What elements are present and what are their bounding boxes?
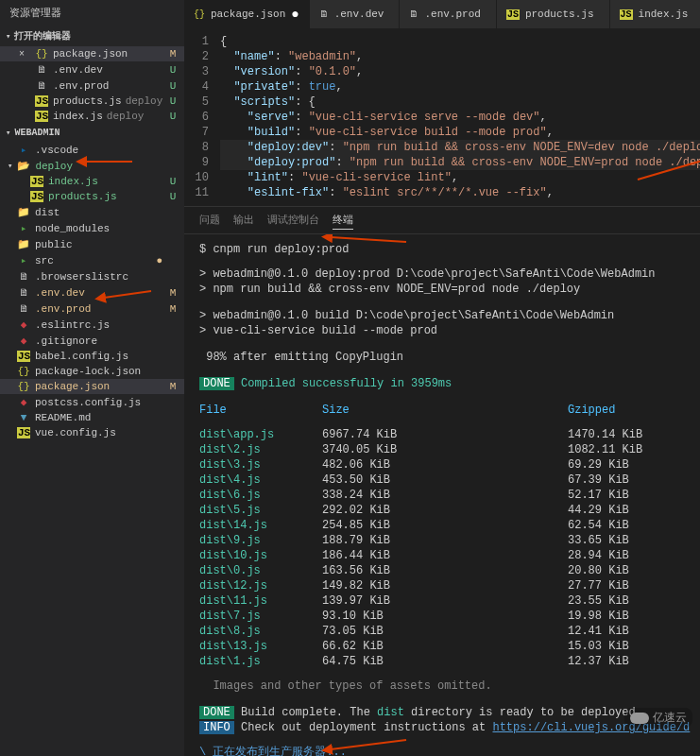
file-label: package.json	[35, 381, 162, 392]
file-label: .env.dev	[53, 64, 162, 76]
open-editors-header[interactable]: ▾ 打开的编辑器	[0, 26, 184, 46]
build-file-row: dist\0.js163.56 KiB20.80 KiB	[199, 563, 700, 578]
terminal-tab[interactable]: 调试控制台	[267, 211, 319, 230]
build-file-row: dist\3.js482.06 KiB69.29 KiB	[199, 457, 700, 472]
file-tree-item[interactable]: 🗎.env.prodM	[0, 301, 184, 317]
code-line[interactable]: "scripts": {	[220, 94, 700, 110]
terminal-tab[interactable]: 终端	[333, 211, 353, 230]
build-file-row: dist\8.js73.05 KiB12.41 KiB	[199, 624, 700, 639]
terminal-output: > npm run build && cross-env NODE_ENV=pr…	[199, 282, 700, 297]
file-label: index.js	[48, 176, 162, 187]
editor-tabs: {}package.json●🗎.env.dev🗎.env.prodJSprod…	[184, 0, 700, 28]
file-tree-item[interactable]: {}package-lock.json	[0, 364, 184, 379]
code-line[interactable]: "version": "0.1.0",	[220, 64, 700, 79]
code-line[interactable]: "private": true,	[220, 79, 700, 94]
editor-tab[interactable]: 🗎.env.dev	[310, 0, 401, 28]
file-tree-item[interactable]: 🗎.browserslistrc	[0, 268, 184, 284]
compile-done: DONE Compiled successfully in 3959ms	[199, 376, 700, 391]
code-line[interactable]: "deploy:prod": "npm run build && cross-e…	[220, 155, 700, 170]
project-label: WEBADMIN	[14, 128, 60, 138]
editor-tab[interactable]: JSindex.js	[610, 0, 700, 28]
close-icon[interactable]: ×	[19, 49, 30, 60]
file-label: vue.config.js	[35, 427, 162, 438]
build-file-row: dist\10.js186.44 KiB28.94 KiB	[199, 548, 700, 563]
file-tree-item[interactable]: ▾📂deploy	[0, 158, 184, 174]
build-file-row: dist\1.js64.75 KiB12.37 KiB	[199, 654, 700, 669]
file-tree-item[interactable]: 🗎.env.devM	[0, 284, 184, 301]
terminal[interactable]: $ cnpm run deploy:prod > webadmin@0.1.0 …	[184, 234, 700, 756]
file-tree-item[interactable]: 📁public	[0, 236, 184, 252]
file-tree-item[interactable]: ▸.vscode	[0, 142, 184, 158]
modified-dot: ●	[291, 7, 299, 22]
code-line[interactable]: {	[220, 34, 700, 49]
git-status: U	[167, 64, 179, 76]
file-tree-item[interactable]: ▼README.md	[0, 410, 184, 425]
open-editor-item[interactable]: JSproducts.jsdeployU	[0, 94, 184, 109]
git-status: U	[167, 80, 179, 92]
watermark: 亿速云	[624, 708, 692, 728]
file-label: babel.config.js	[35, 351, 162, 362]
open-editor-item[interactable]: 🗎.env.prodU	[0, 77, 184, 94]
git-status: U	[167, 191, 179, 202]
file-tree-item[interactable]: JSproducts.jsU	[0, 189, 184, 204]
header-file: File	[199, 403, 322, 418]
open-editors-label: 打开的编辑器	[14, 29, 71, 43]
file-label: .env.prod	[53, 80, 162, 92]
file-label: .env.dev	[35, 287, 162, 299]
git-status: M	[167, 303, 179, 315]
file-tree-item[interactable]: 📁dist	[0, 204, 184, 220]
done-msg: Compiled successfully in 3959ms	[234, 377, 452, 390]
build-file-row: dist\app.js6967.74 KiB1470.14 KiB	[199, 427, 700, 442]
code-line[interactable]: "deploy:dev": "npm run build && cross-en…	[220, 140, 700, 155]
terminal-tab[interactable]: 输出	[233, 211, 254, 230]
file-label: dist	[35, 207, 162, 218]
code-editor[interactable]: 1234567891011 { "name": "webadmin", "ver…	[184, 28, 700, 206]
open-editor-item[interactable]: ×{}package.jsonM	[0, 46, 184, 61]
build-file-row: dist\5.js292.02 KiB44.29 KiB	[199, 503, 700, 518]
build-file-row: dist\12.js149.82 KiB27.77 KiB	[199, 578, 700, 593]
header-gzip: Gzipped	[568, 403, 615, 418]
file-label: products.jsdeploy	[53, 95, 162, 107]
tab-label: products.js	[525, 9, 594, 20]
file-label: .gitignore	[35, 335, 162, 347]
editor-tab[interactable]: JSproducts.js	[497, 0, 610, 28]
terminal-output: > vue-cli-service build --mode prod	[199, 323, 700, 338]
editor-tab[interactable]: 🗎.env.prod	[400, 0, 496, 28]
build-file-row: dist\14.js254.85 KiB62.54 KiB	[199, 518, 700, 533]
build-file-row: dist\13.js66.62 KiB15.03 KiB	[199, 639, 700, 654]
code-line[interactable]: "serve": "vue-cli-service serve --mode d…	[220, 110, 700, 125]
file-tree-item[interactable]: JSindex.jsU	[0, 174, 184, 189]
tab-label: .env.prod	[424, 9, 480, 20]
file-tree-item[interactable]: ◆.eslintrc.js	[0, 317, 184, 333]
code-line[interactable]: "build": "vue-cli-service build --mode p…	[220, 125, 700, 140]
sidebar: 资源管理器 ▾ 打开的编辑器 ×{}package.jsonM🗎.env.dev…	[0, 0, 184, 756]
file-tree-item[interactable]: ◆.gitignore	[0, 333, 184, 349]
build-file-row: dist\2.js3740.05 KiB1082.11 KiB	[199, 442, 700, 457]
file-tree-item[interactable]: ▸node_modules	[0, 220, 184, 236]
file-tree-item[interactable]: ▸src●	[0, 252, 184, 268]
file-tree-item[interactable]: ◆postcss.config.js	[0, 394, 184, 410]
table-header: File Size Gzipped	[199, 403, 700, 418]
terminal-prompt: $ cnpm run deploy:prod	[199, 242, 700, 257]
file-tree-item[interactable]: JSvue.config.js	[0, 425, 184, 440]
open-editor-item[interactable]: JSindex.jsdeployU	[0, 109, 184, 124]
file-tree-item[interactable]: {}package.jsonM	[0, 379, 184, 394]
code-line[interactable]: "eslint-fix": "eslint src/**/**/*.vue --…	[220, 185, 700, 200]
file-tree-item[interactable]: JSbabel.config.js	[0, 349, 184, 364]
code-line[interactable]: "lint": "vue-cli-service lint",	[220, 170, 700, 185]
file-label: public	[35, 239, 162, 250]
main-area: {}package.json●🗎.env.dev🗎.env.prodJSprod…	[184, 0, 700, 756]
git-status: U	[167, 176, 179, 187]
git-status: M	[167, 287, 179, 299]
project-header[interactable]: ▾ WEBADMIN	[0, 124, 184, 142]
open-editor-item[interactable]: 🗎.env.devU	[0, 61, 184, 77]
build-file-row: dist\7.js93.10 KiB19.98 KiB	[199, 609, 700, 624]
info-badge: INFO	[199, 721, 234, 734]
code-line[interactable]: "name": "webadmin",	[220, 49, 700, 64]
assets-omitted: Images and other types of assets omitted…	[199, 679, 700, 694]
terminal-tab[interactable]: 问题	[199, 211, 220, 230]
done-badge: DONE	[199, 706, 234, 719]
header-size: Size	[322, 403, 568, 418]
file-label: package-lock.json	[35, 366, 162, 377]
editor-tab[interactable]: {}package.json●	[184, 0, 310, 28]
